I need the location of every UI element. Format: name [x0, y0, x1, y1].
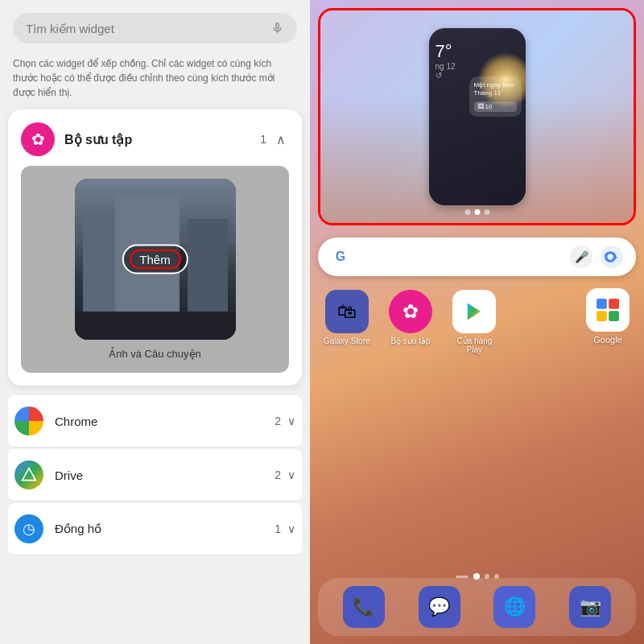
home-app-galaxy[interactable]: 🛍 Galaxy Store [322, 290, 371, 354]
dock-browser[interactable]: 🌐 [493, 586, 535, 628]
collection-card: ✿ Bộ sưu tập 1 ∧ Thêm Ảnh và Câu chuyện [8, 109, 302, 386]
widget-preview-right: 7° ng 12 ↺ Một ngày tron Tháng 11 🖼 10 [318, 8, 636, 225]
dot-1 [464, 209, 470, 215]
svg-marker-0 [23, 469, 36, 481]
google-search-bar[interactable]: G 🎤 [318, 237, 636, 276]
svg-marker-5 [468, 303, 481, 320]
search-bar[interactable] [13, 13, 297, 43]
dot-3 [484, 209, 489, 215]
dock-messages[interactable]: 💬 [419, 586, 460, 628]
phone-mockup: 7° ng 12 ↺ Một ngày tron Tháng 11 🖼 10 [429, 28, 526, 205]
collection-icon-home: ✿ [389, 290, 432, 333]
google-app-icon [586, 288, 630, 332]
app-count-drive: 2 [275, 469, 281, 481]
widget-selector-panel: Chọn các widget để xếp chồng. Chỉ các wi… [0, 0, 310, 644]
add-button[interactable]: Thêm [122, 245, 188, 275]
home-app-collection[interactable]: ✿ Bộ sưu tập [386, 290, 435, 354]
google-app[interactable]: Google [586, 288, 630, 345]
chevron-down-clock[interactable]: ∨ [287, 522, 295, 535]
dock-bar: 📞 💬 🌐 📷 [318, 578, 636, 636]
svg-rect-3 [597, 311, 607, 321]
collection-header: ✿ Bộ sưu tập 1 ∧ [21, 122, 289, 156]
app-name-drive: Drive [55, 469, 275, 482]
side-card: Một ngày tron Tháng 11 🖼 10 [469, 76, 522, 117]
google-mic-icon[interactable]: 🎤 [570, 246, 592, 268]
building3 [188, 219, 228, 316]
app-list: Chrome 2 ∨ Drive 2 ∨ ◷ Đồng hồ 1 ∨ [0, 395, 310, 555]
search-input[interactable] [26, 22, 270, 35]
temperature: 7° [436, 41, 519, 62]
app-count-clock: 1 [275, 522, 281, 535]
google-g-icon: G [331, 247, 350, 266]
dock-camera[interactable]: 📷 [569, 586, 611, 628]
widget-label: Ảnh và Câu chuyện [109, 348, 201, 360]
app-item-drive[interactable]: Drive 2 ∨ [8, 449, 302, 502]
month-day: ng 12 [436, 62, 519, 71]
svg-rect-2 [609, 299, 619, 309]
svg-rect-4 [609, 311, 619, 321]
play-store-label: Cửa hàng Play [450, 336, 499, 354]
collection-icon: ✿ [21, 122, 55, 156]
google-app-label: Google [593, 335, 621, 345]
collection-title: Bộ sưu tập [64, 132, 260, 147]
home-screen: 7° ng 12 ↺ Một ngày tron Tháng 11 🖼 10 G [310, 0, 644, 644]
app-item-clock[interactable]: ◷ Đồng hồ 1 ∨ [8, 503, 302, 555]
galaxy-store-label: Galaxy Store [324, 336, 370, 345]
chrome-icon [14, 407, 43, 436]
collection-label: Bộ sưu tập [390, 336, 430, 345]
card-title: Một ngày tron [474, 81, 517, 89]
road [75, 312, 236, 340]
app-name-chrome: Chrome [55, 415, 275, 428]
card-badge: 🖼 10 [474, 101, 517, 112]
dot-2 [474, 209, 480, 215]
collection-count: 1 [260, 133, 266, 146]
widget-preview: Thêm [75, 179, 236, 340]
dots-indicator [464, 209, 489, 215]
galaxy-store-icon: 🛍 [325, 290, 369, 333]
widget-preview-container: Thêm Ảnh và Câu chuyện [21, 166, 289, 373]
svg-rect-1 [597, 299, 607, 309]
app-item-chrome[interactable]: Chrome 2 ∨ [8, 395, 302, 448]
home-apps-grid: 🛍 Galaxy Store ✿ Bộ sưu tập Cửa hàng Pla… [322, 290, 499, 354]
chevron-down-chrome[interactable]: ∨ [287, 415, 295, 427]
google-icons: 🎤 [570, 246, 623, 268]
chevron-down-drive[interactable]: ∨ [287, 469, 295, 481]
mic-icon [270, 21, 284, 35]
dock-phone[interactable]: 📞 [343, 586, 385, 628]
phone-content: 7° ng 12 ↺ [429, 28, 526, 83]
app-name-clock: Đồng hồ [55, 522, 275, 536]
card-subtitle: Tháng 11 [474, 89, 517, 97]
play-store-icon [452, 290, 496, 333]
search-description: Chọn các widget để xếp chồng. Chỉ các wi… [13, 56, 297, 100]
clock-icon: ◷ [14, 514, 43, 543]
google-lens-icon[interactable] [601, 246, 623, 268]
chevron-up-icon[interactable]: ∧ [273, 131, 289, 147]
app-count-chrome: 2 [275, 415, 281, 427]
home-app-play[interactable]: Cửa hàng Play [450, 290, 499, 354]
drive-icon [14, 460, 43, 489]
